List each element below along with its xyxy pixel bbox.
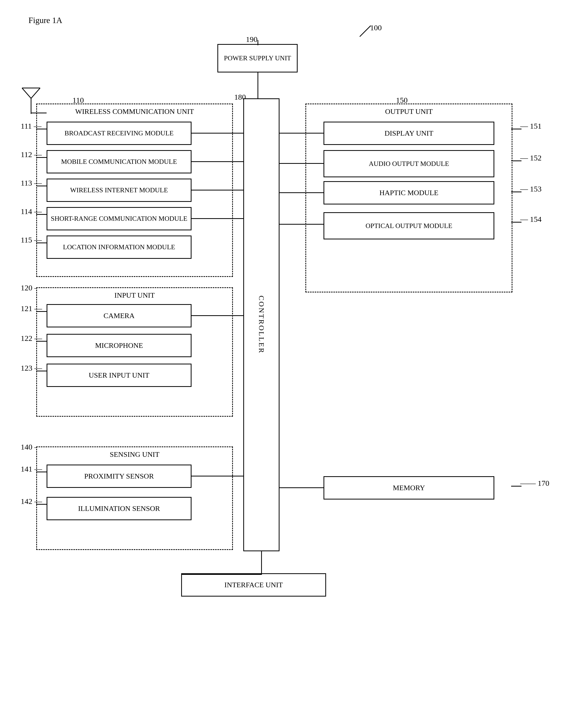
memory-box: MEMORY (324, 476, 494, 500)
svg-line-2 (31, 88, 40, 98)
illumination-sensor-box: ILLUMINATION SENSOR (47, 497, 192, 520)
location-info-box: LOCATION INFORMATION MODULE (47, 236, 192, 259)
ref-150: 150 (396, 96, 408, 104)
microphone-box: MICROPHONE (47, 334, 192, 357)
diagram: Figure 1A 100 POWER SUPPLY UNIT 190 180 … (0, 0, 588, 705)
power-supply-unit-box: POWER SUPPLY UNIT (217, 44, 298, 73)
ref-190: 190 (246, 35, 257, 44)
svg-line-1 (22, 88, 31, 98)
ref-153: — 153 (520, 185, 542, 193)
wireless-comm-label: WIRELESS COMMUNICATION UNIT (52, 107, 217, 116)
ref-110: 110 (72, 96, 84, 104)
optical-output-box: OPTICAL OUTPUT MODULE (324, 212, 494, 239)
haptic-module-box: HAPTIC MODULE (324, 181, 494, 204)
proximity-sensor-box: PROXIMITY SENSOR (47, 465, 192, 488)
wireless-internet-box: WIRELESS INTERNET MODULE (47, 179, 192, 202)
output-unit-label: OUTPUT UNIT (324, 107, 494, 116)
short-range-box: SHORT-RANGE COMMUNICATION MODULE (47, 207, 192, 230)
camera-box: CAMERA (47, 304, 192, 327)
broadcast-receiving-box: BROADCAST RECEIVING MODULE (47, 122, 192, 145)
sensing-unit-label: SENSING UNIT (52, 450, 217, 459)
input-unit-label: INPUT UNIT (52, 291, 217, 299)
display-unit-box: DISPLAY UNIT (324, 122, 494, 145)
ref-151: — 151 (520, 122, 542, 131)
ref-170: —— 170 (520, 479, 549, 487)
ref-100: 100 (370, 23, 382, 32)
audio-output-box: AUDIO OUTPUT MODULE (324, 150, 494, 177)
interface-unit-box: INTERFACE UNIT (181, 573, 326, 597)
ref-154: — 154 (520, 215, 542, 224)
mobile-comm-box: MOBILE COMMUNICATION MODULE (47, 150, 192, 174)
antenna-icon (21, 83, 41, 115)
ref-152: — 152 (520, 153, 542, 162)
user-input-box: USER INPUT UNIT (47, 364, 192, 387)
controller-box: CONTROLLER (243, 98, 280, 551)
figure-label: Figure 1A (29, 15, 62, 25)
